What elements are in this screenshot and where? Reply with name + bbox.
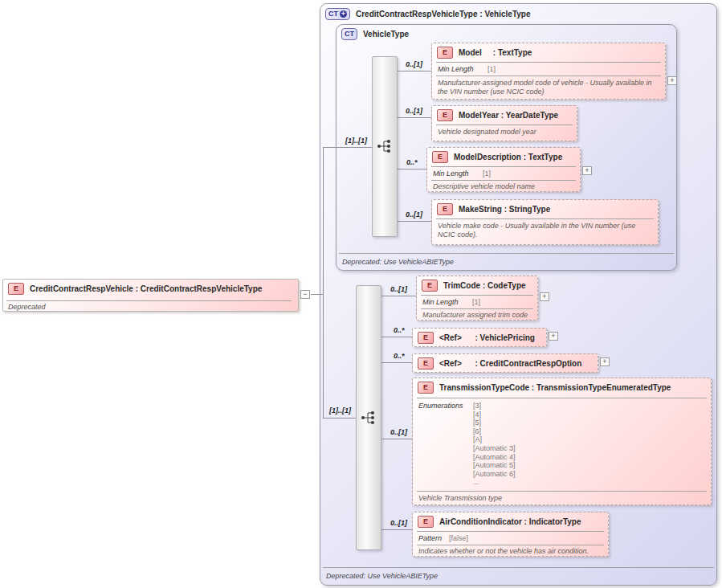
divider [436,62,661,63]
element-box-trim-code[interactable]: E TrimCode : CodeType Min Length[1] Manu… [416,276,538,321]
cardinality-model: 0..[1] [406,60,422,68]
outer-deprecated-note: Deprecated: Use VehicleABIEType [326,572,438,580]
divider [421,308,533,309]
element-doc: Manufacturer-assigned model code of vehi… [438,79,660,96]
cardinality-model-year: 0..[1] [406,107,422,115]
divider [436,218,654,219]
plus-circle-icon: + [340,10,347,18]
connector-line [323,147,372,148]
cardinality-transmission-type-code: 0..[1] [390,428,407,436]
expand-button[interactable]: + [582,166,592,175]
element-title: TransmissionTypeCode : TransmissionTypeE… [439,383,671,392]
root-element-title: CreditContractRespVehicle : CreditContra… [30,284,262,293]
element-icon: E [422,280,438,292]
inner-deprecated-note: Deprecated: Use VehicleABIEType [342,258,454,266]
facet-value: [1] [487,65,496,73]
element-icon: E [418,332,434,344]
cardinality-sequence-upper: [1]..[1] [345,137,367,145]
element-box-model-description[interactable]: E ModelDescription : TextType Min Length… [426,147,581,192]
facet-value: [1] [483,169,491,178]
collapse-button[interactable]: − [300,290,310,299]
divider [431,166,576,167]
element-title: ModelDescription : TextType [454,153,562,161]
element-box-air-condition-indicator[interactable]: E AirConditionIndicator : IndicatorType … [412,512,609,557]
element-icon: E [437,109,453,121]
cardinality-air-condition-indicator: 0..[1] [390,519,407,527]
connector-line [398,169,426,169]
complex-type-icon: CT+ [325,8,350,20]
expand-button[interactable]: + [549,332,558,341]
facet-value: [1] [472,298,480,306]
footer-divider [323,567,714,568]
element-title: <Ref> : VehiclePricing [439,333,535,342]
element-title: Model : TextType [459,48,532,57]
divider [431,180,576,181]
element-box-ref-credit-contract-resp-option[interactable]: E <Ref> : CreditContractRespOption [412,353,598,373]
divider [6,300,292,301]
divider [417,491,707,492]
connector-line [381,439,412,439]
element-doc: Vehicle designated model year [438,128,572,137]
cardinality-ref-credit-contract-resp-option: 0..* [394,352,405,360]
facet-label: Min Length [422,298,472,306]
sequence-icon [377,139,393,153]
expand-button[interactable]: + [600,357,610,366]
element-box-make-string[interactable]: E MakeString : StringType Vehicle make c… [431,199,659,245]
root-element-box[interactable]: E CreditContractRespVehicle : CreditCont… [2,279,299,312]
root-element-annotation: Deprecated [8,303,46,311]
element-icon: E [437,203,453,215]
element-icon: E [8,283,24,295]
facet-value: [false] [449,534,468,542]
element-box-model[interactable]: E Model : TextType Min Length[1] Manufac… [431,43,666,100]
footer-divider [339,253,674,254]
element-icon: E [418,382,434,394]
element-icon: E [418,516,434,528]
element-box-ref-vehicle-pricing[interactable]: E <Ref> : VehiclePricing [412,328,547,347]
divider [421,295,533,296]
expand-button[interactable]: + [667,76,677,85]
element-doc: Vehicle make code - Usually available in… [438,222,653,239]
cardinality-make-string: 0..[1] [406,210,422,218]
base-type-title: VehicleType [363,30,409,39]
connector-line [381,337,412,337]
connector-line [398,221,431,222]
connector-line [398,117,431,118]
element-title: MakeString : StringType [459,205,550,214]
element-icon: E [432,151,448,163]
element-doc: Descriptive vehicle model name [433,182,575,191]
element-title: ModelYear : YearDateType [459,111,558,120]
connector-line [323,418,356,419]
element-doc: Vehicle Transmission type [418,494,706,503]
sequence-icon [361,410,377,425]
divider [417,531,604,532]
element-icon: E [418,357,434,370]
cardinality-model-description: 0..* [406,158,418,166]
schema-diagram: CT+ CreditContractRespVehicleType : Vehi… [0,0,722,588]
facet-label: Pattern [418,534,449,542]
facet-label: Min Length [433,169,483,178]
divider [436,76,661,76]
cardinality-sequence-lower: [1]..[1] [329,406,351,414]
element-title: TrimCode : CodeType [443,281,526,290]
divider [436,125,573,125]
enumeration-values: [3][4][5][6][A][Automatic 3][Automatic 4… [473,402,516,487]
connector-line [311,294,323,295]
element-title: AirConditionIndicator : IndicatorType [439,517,581,526]
complex-type-icon: CT [341,28,357,40]
cardinality-trim-code: 0..[1] [390,285,407,293]
cardinality-ref-vehicle-pricing: 0..* [394,326,405,334]
expand-button[interactable]: + [540,292,549,301]
element-box-model-year[interactable]: E ModelYear : YearDateType Vehicle desig… [431,105,577,141]
element-box-transmission-type-code[interactable]: E TransmissionTypeCode : TransmissionTyp… [412,378,712,505]
facet-label: Enumerations [418,402,463,410]
complex-type-title: CreditContractRespVehicleType : VehicleT… [356,10,530,18]
element-doc: Manufacturer assigned trim code [422,311,532,320]
connector-line [381,362,412,363]
divider [417,398,707,398]
facet-label: Min Length [438,65,487,73]
element-doc: Indicates whether or not the vehicle has… [418,547,603,556]
connector-line [381,296,416,296]
divider [417,545,604,545]
connector-line [381,529,412,530]
connector-trunk-line [323,147,324,418]
